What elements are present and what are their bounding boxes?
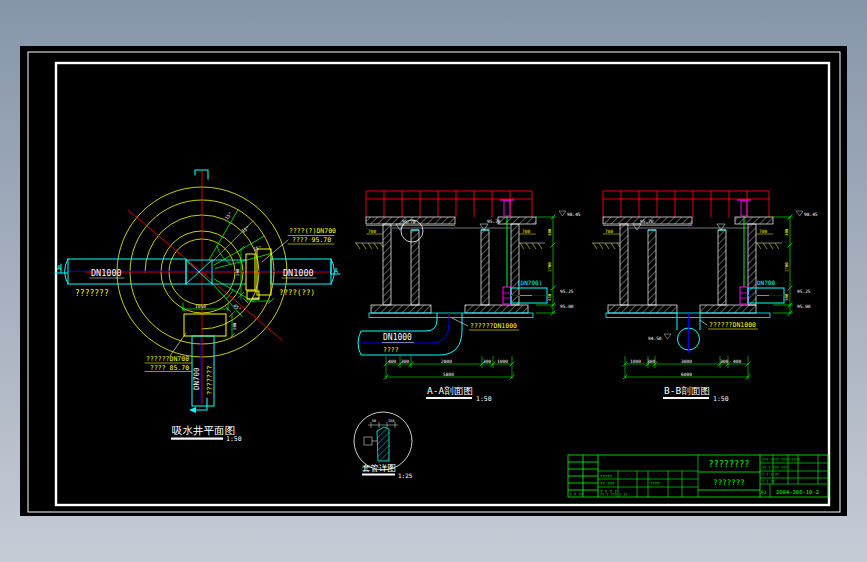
dim-700: 700 xyxy=(759,229,767,234)
svg-text:???? 95.70: ???? 95.70 xyxy=(292,236,331,244)
pipe-right-sub: ????(??) xyxy=(279,288,315,297)
detail-title: 套管详图 xyxy=(362,463,396,473)
dim-1050: 1050 xyxy=(195,304,206,309)
svg-text:1700: 1700 xyxy=(784,262,789,272)
elev-water: 95.70 xyxy=(640,219,654,224)
deck-slab xyxy=(366,217,536,224)
outlet-leader: ??????DN1000 xyxy=(709,321,756,329)
svg-text:? ? ??: ? ? ?? xyxy=(569,492,584,497)
dim-700: 700 xyxy=(368,229,376,234)
outlet-pipe-sub: ???? xyxy=(383,346,399,354)
svg-text:??? ????-???? ????: ??? ????-???? ???? xyxy=(762,458,800,462)
valve-label: DN700 xyxy=(757,279,775,286)
outlet-leader: ??????DN1000 xyxy=(470,322,517,330)
svg-text:?? ???: ?? ??? xyxy=(600,481,615,486)
svg-text:? ? ? ??: ? ? ? ?? xyxy=(762,473,779,477)
svg-text:400: 400 xyxy=(733,359,741,364)
elev-pipe: 94.50 xyxy=(648,336,662,341)
deck-slab xyxy=(603,217,773,224)
svg-text:1000: 1000 xyxy=(630,359,641,364)
svg-text:300: 300 xyxy=(784,293,789,301)
project-name: ???????? xyxy=(709,459,750,469)
svg-text:?? ? ??? ???: ?? ? ??? ??? xyxy=(762,466,787,470)
dim-700: 700 xyxy=(522,229,530,234)
cad-viewport: { "colors":{"bg_top":"#8696aa","bg_botto… xyxy=(0,0,867,562)
section-a-title: A-A剖面图 xyxy=(427,385,473,396)
section-b-title: B-B剖面图 xyxy=(664,385,710,396)
svg-text:6000: 6000 xyxy=(681,372,692,377)
svg-text:95.25: 95.25 xyxy=(560,289,574,294)
svg-text:95.25: 95.25 xyxy=(797,289,811,294)
drawing-name: ??????? xyxy=(713,478,745,487)
detail-dim: 150 xyxy=(388,419,394,423)
detail-scale: 1:25 xyxy=(398,472,413,479)
section-a-scale: 1:50 xyxy=(476,395,492,403)
svg-text:1700: 1700 xyxy=(547,262,552,272)
svg-text:???? 85.70: ???? 85.70 xyxy=(150,364,189,372)
pipe-bottom-label: DN700 xyxy=(192,367,201,390)
elev-water: 95.70 xyxy=(402,219,416,224)
svg-text:95.00: 95.00 xyxy=(797,304,811,309)
svg-text:?????: ????? xyxy=(600,474,613,479)
dim-500: 500 xyxy=(232,322,237,330)
outlet-pipe-label: DN1000 xyxy=(383,333,412,342)
flange-dim-h: 600 xyxy=(252,296,260,301)
svg-text:300: 300 xyxy=(784,228,789,236)
section-b-scale: 1:50 xyxy=(713,395,729,403)
flange-dim-v: 500 xyxy=(235,268,240,276)
svg-text:300: 300 xyxy=(720,359,728,364)
sheet-no: P2 xyxy=(761,490,767,495)
svg-text:5800: 5800 xyxy=(443,372,454,377)
plan-leader-sw: ??????DN700 ???? 85.70 xyxy=(146,355,189,372)
svg-text:?? ? ??? ? ??: ?? ? ??? ? ?? xyxy=(600,493,627,497)
svg-text:3000: 3000 xyxy=(681,359,692,364)
svg-text:98.45: 98.45 xyxy=(804,212,818,217)
svg-text:300: 300 xyxy=(401,359,409,364)
svg-text:98.45: 98.45 xyxy=(567,212,581,217)
svg-text:300: 300 xyxy=(547,228,552,236)
svg-text:95.00: 95.00 xyxy=(560,304,574,309)
svg-text:300: 300 xyxy=(647,359,655,364)
pipe-left-label: DN1000 xyxy=(91,268,122,278)
pipe-left-sub: ??????? xyxy=(75,289,109,298)
cad-drawing: 15° 15° 15° 45° DN1000 ??????? 500 600 D… xyxy=(0,0,867,562)
svg-text:? ? ??: ? ? ?? xyxy=(762,480,775,484)
svg-text:300: 300 xyxy=(483,359,491,364)
pipe-right-label: DN1000 xyxy=(283,268,314,278)
svg-text:??????DN700: ??????DN700 xyxy=(146,355,189,363)
valve-label: (DN700) xyxy=(517,279,542,286)
elev-water: 95.70 xyxy=(487,219,501,224)
detail-dim: 50 xyxy=(372,419,376,423)
svg-text:400: 400 xyxy=(388,359,396,364)
plan-scale: 1:50 xyxy=(226,435,242,443)
pipe-bottom-sub: ??????? xyxy=(206,365,214,395)
drawing-number: 2004-308-10-2 xyxy=(776,489,819,495)
svg-text:2800: 2800 xyxy=(441,359,452,364)
svg-text:????(?)DN700: ????(?)DN700 xyxy=(289,227,336,235)
dim-700: 700 xyxy=(605,229,613,234)
svg-text:????: ???? xyxy=(650,481,660,486)
svg-text:450: 450 xyxy=(547,293,552,301)
svg-text:1000: 1000 xyxy=(497,359,508,364)
